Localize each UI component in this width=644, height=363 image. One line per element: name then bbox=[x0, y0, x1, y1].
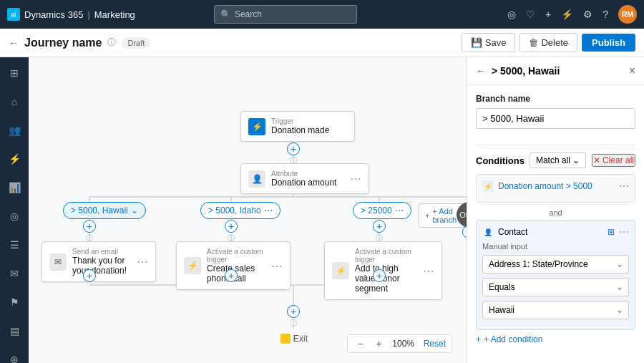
branch-node-3[interactable]: > 25000 ⋯ bbox=[353, 202, 411, 219]
user-avatar[interactable]: RM bbox=[618, 5, 637, 24]
attribute-label-small: Attribute bbox=[271, 170, 336, 178]
delete-button[interactable]: 🗑 Delete bbox=[519, 33, 577, 52]
action-3-icon: ⚡ bbox=[332, 262, 349, 279]
sidebar-icon-inbox[interactable]: ▤ bbox=[7, 322, 22, 339]
condition-1-more[interactable]: ⋯ bbox=[619, 180, 629, 192]
save-button[interactable]: 💾 Save bbox=[462, 33, 516, 52]
sub-condition-contact: 👤 Contact ⊞ ⋯ Manual input Address 1: St… bbox=[476, 220, 635, 330]
field-dropdown[interactable]: Address 1: State/Province bbox=[482, 255, 629, 274]
panel-divider bbox=[476, 145, 635, 145]
attribute-labels: Attribute Donation amount bbox=[271, 170, 336, 188]
search-placeholder: Search bbox=[235, 9, 262, 19]
condition-1-header: ⚡ Donation amount > 5000 ⋯ bbox=[482, 180, 629, 192]
sidebar-icon-home[interactable]: ⌂ bbox=[9, 93, 20, 110]
sidebar-icon-target[interactable]: ◎ bbox=[7, 208, 21, 225]
action-2-label-small: Activate a custom trigger bbox=[207, 248, 265, 263]
action-3-label-main: Add to high value donor segment bbox=[355, 263, 417, 294]
left-sidebar: ⊞ ⌂ 👥 ⚡ 📊 ◎ ☰ ✉ ⚑ ▤ ⊛ ⚙ bbox=[0, 57, 29, 363]
action-node-2[interactable]: ⚡ Activate a custom trigger Create sales… bbox=[176, 241, 291, 290]
action-3-label-small: Activate a custom trigger bbox=[355, 248, 417, 263]
field-dropdown-wrapper: Address 1: State/Province bbox=[482, 255, 629, 274]
status-badge: Draft bbox=[122, 37, 150, 49]
info-icon[interactable]: ⓘ bbox=[107, 37, 116, 49]
match-all-chevron: ⌄ bbox=[572, 155, 580, 165]
sidebar-icon-list[interactable]: ☰ bbox=[7, 236, 22, 253]
plus-button-1[interactable]: + bbox=[287, 142, 300, 155]
action-3-labels: Activate a custom trigger Add to high va… bbox=[355, 248, 417, 294]
panel-title: > 5000, Hawaii bbox=[492, 65, 623, 77]
attribute-node[interactable]: 👤 Attribute Donation amount ⋯ bbox=[240, 163, 369, 194]
match-all-button[interactable]: Match all ⌄ bbox=[530, 153, 586, 168]
sidebar-icon-mail[interactable]: ✉ bbox=[7, 265, 21, 282]
operator-dropdown[interactable]: Equals bbox=[482, 278, 629, 296]
header-actions: 💾 Save 🗑 Delete Publish bbox=[462, 33, 635, 52]
nav-icon-2[interactable]: ♡ bbox=[526, 9, 535, 20]
plus-button-b3[interactable]: + bbox=[373, 220, 386, 233]
nav-icon-6[interactable]: ? bbox=[602, 9, 608, 20]
circle-exit bbox=[290, 319, 297, 326]
plus-button-other[interactable]: + bbox=[462, 226, 467, 238]
contact-icon: 👤 bbox=[482, 226, 494, 238]
branch-2-more[interactable]: ⋯ bbox=[264, 205, 273, 216]
attribute-more-button[interactable]: ⋯ bbox=[350, 172, 361, 185]
nav-icon-3[interactable]: + bbox=[545, 9, 551, 20]
manual-input-label: Manual input bbox=[482, 242, 629, 251]
sidebar-icon-flow[interactable]: ⚡ bbox=[6, 150, 24, 168]
conditions-header: Conditions Match all ⌄ ✕ Clear all bbox=[476, 153, 635, 168]
zoom-level: 100% bbox=[391, 339, 416, 349]
branch-3-more[interactable]: ⋯ bbox=[395, 205, 404, 216]
operator-dropdown-wrapper: Equals bbox=[482, 278, 629, 296]
nav-icon-4[interactable]: ⚡ bbox=[561, 9, 573, 20]
zoom-in-button[interactable]: + bbox=[372, 338, 386, 349]
trigger-node[interactable]: ⚡ Trigger Donation made bbox=[240, 111, 355, 142]
add-condition-plus: + bbox=[476, 334, 481, 344]
sidebar-icon-tags[interactable]: ⊛ bbox=[7, 351, 21, 363]
plus-button-b1[interactable]: + bbox=[83, 220, 96, 233]
value-dropdown[interactable]: Hawaii bbox=[482, 301, 629, 319]
add-condition-button[interactable]: + + Add condition bbox=[476, 334, 542, 344]
sidebar-icon-chart[interactable]: 📊 bbox=[6, 179, 24, 196]
other-label: Other bbox=[459, 210, 467, 219]
trigger-icon: ⚡ bbox=[248, 118, 265, 135]
branch-node-2[interactable]: > 5000, Idaho ⋯ bbox=[200, 202, 280, 219]
delete-icon: 🗑 bbox=[529, 37, 538, 48]
zoom-out-button[interactable]: − bbox=[353, 338, 368, 349]
clear-all-button[interactable]: ✕ Clear all bbox=[592, 154, 635, 167]
branch-detail-panel: ← > 5000, Hawaii × Branch name Condition… bbox=[467, 57, 644, 363]
branch-1-label: > 5000, Hawaii bbox=[71, 205, 128, 216]
resize-copy-icon[interactable]: ⊞ bbox=[608, 227, 615, 237]
plus-button-after-1[interactable]: + bbox=[83, 269, 96, 282]
plus-button-after-2[interactable]: + bbox=[225, 269, 238, 282]
branch-2-label: > 5000, Idaho bbox=[208, 205, 261, 216]
action-node-1[interactable]: ✉ Send an email Thank you for your donat… bbox=[42, 241, 156, 282]
branch-name-label: Branch name bbox=[476, 94, 635, 104]
value-dropdown-wrapper: Hawaii bbox=[482, 301, 629, 319]
logo-icon: ⊞ bbox=[7, 8, 20, 21]
action-1-more[interactable]: ⋯ bbox=[137, 255, 148, 268]
action-3-more[interactable]: ⋯ bbox=[423, 264, 434, 278]
sidebar-icon-people[interactable]: 👥 bbox=[6, 122, 24, 139]
panel-body: Branch name Conditions Match all ⌄ ✕ Cle… bbox=[467, 85, 644, 363]
trigger-labels: Trigger Donation made bbox=[271, 117, 329, 135]
action-2-more[interactable]: ⋯ bbox=[271, 259, 283, 273]
plus-button-after-3[interactable]: + bbox=[373, 269, 386, 282]
sub-condition-more[interactable]: ⋯ bbox=[619, 226, 629, 238]
sidebar-icon-flag[interactable]: ⚑ bbox=[7, 294, 22, 311]
top-navigation: ⊞ Dynamics 365 | Marketing 🔍 Search ◎ ♡ … bbox=[0, 0, 644, 29]
search-bar[interactable]: 🔍 Search bbox=[214, 5, 357, 24]
nav-right-icons: ◎ ♡ + ⚡ ⚙ ? RM bbox=[507, 5, 637, 24]
publish-button[interactable]: Publish bbox=[582, 34, 635, 52]
branch-name-input[interactable] bbox=[476, 108, 635, 129]
zoom-reset-button[interactable]: Reset bbox=[424, 339, 446, 349]
conditions-label: Conditions bbox=[476, 155, 530, 166]
plus-button-exit[interactable]: + bbox=[287, 305, 300, 318]
match-all-label: Match all bbox=[536, 155, 570, 165]
panel-close-button[interactable]: × bbox=[629, 64, 635, 77]
plus-button-b2[interactable]: + bbox=[225, 220, 238, 233]
branch-node-1[interactable]: > 5000, Hawaii ⌄ bbox=[63, 202, 146, 219]
back-button[interactable]: ← bbox=[9, 37, 19, 49]
nav-icon-5[interactable]: ⚙ bbox=[583, 9, 592, 20]
nav-icon-1[interactable]: ◎ bbox=[507, 9, 516, 20]
sidebar-icon-grid[interactable]: ⊞ bbox=[7, 64, 21, 82]
panel-back-button[interactable]: ← bbox=[476, 65, 486, 77]
